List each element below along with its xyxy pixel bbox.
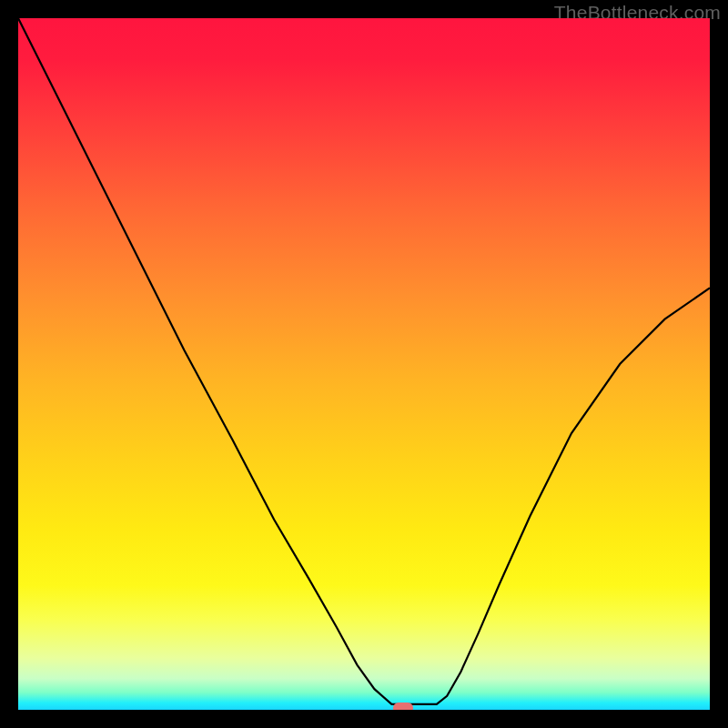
- chart-frame: TheBottleneck.com: [0, 0, 728, 728]
- plot-area: [18, 18, 710, 710]
- optimal-marker: [393, 703, 413, 710]
- bottleneck-curve: [18, 18, 710, 710]
